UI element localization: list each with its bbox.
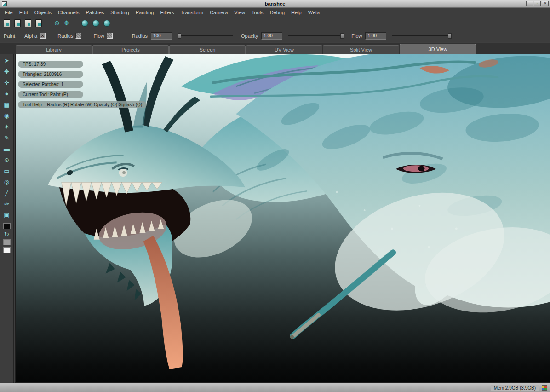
grid-tool-icon: ▦ <box>4 102 9 108</box>
color-picker-icon[interactable]: ⊕ <box>54 20 60 26</box>
circle-select-tool-icon: ◎ <box>4 179 9 185</box>
marquee-select-tool-icon: ▭ <box>4 168 9 174</box>
menu-shading[interactable]: Shading <box>107 8 132 17</box>
open-project-icon[interactable] <box>14 19 21 27</box>
3d-viewport-canvas[interactable]: FPS: 17.39 Triangles: 2180916 Selected P… <box>15 54 550 383</box>
shading-full-icon[interactable] <box>103 20 110 27</box>
grid-tool[interactable]: ▦ <box>0 99 13 110</box>
viewport-hud: FPS: 17.39 Triangles: 2180916 Selected P… <box>18 61 147 108</box>
menu-help[interactable]: Help <box>288 8 305 17</box>
tab-split-view[interactable]: Split View <box>323 45 399 54</box>
paint-brush-tool-icon: ▬ <box>4 146 10 152</box>
radius-link-checkbox[interactable] <box>75 33 81 39</box>
swap-colors-button[interactable]: ↻ <box>0 230 13 238</box>
tab-3d-view[interactable]: 3D View <box>400 44 476 54</box>
menu-filters[interactable]: Filters <box>157 8 177 17</box>
eyedropper-tool-icon: ✑ <box>4 201 9 207</box>
foreground-color-swatch[interactable] <box>3 223 11 229</box>
flow-input[interactable] <box>365 32 386 40</box>
flow-link-checkbox[interactable] <box>107 33 113 39</box>
menu-view[interactable]: View <box>231 8 248 17</box>
memory-usage: Mem 2.9GB (3.9GB) <box>491 385 539 391</box>
background-color-swatch[interactable] <box>3 247 11 253</box>
radius-slider[interactable] <box>178 33 233 39</box>
clone-stamp-tool-icon: ⊙ <box>4 157 9 163</box>
flow-link-label: Flow <box>93 33 104 39</box>
hud-fps: FPS: 17.39 <box>18 61 83 68</box>
blur-tool-icon: ◉ <box>4 113 9 119</box>
shading-basic-icon[interactable] <box>92 20 99 27</box>
radius-input[interactable] <box>151 32 172 40</box>
opacity-slider[interactable] <box>288 33 344 39</box>
flow-label: Flow <box>351 33 362 39</box>
window-controls: – ▫ ✕ <box>526 1 549 6</box>
swap-colors-icon: ↻ <box>4 231 9 237</box>
alpha-label: Alpha <box>24 33 37 39</box>
minimize-button[interactable]: – <box>526 1 533 6</box>
tab-library[interactable]: Library <box>16 45 92 54</box>
crop-tool[interactable]: ▣ <box>0 209 13 220</box>
move-tool[interactable]: ✛ <box>0 77 13 88</box>
hud-current-tool: Current Tool: Paint (P) <box>18 91 83 98</box>
flow-slider-groove <box>392 35 452 36</box>
menu-edit[interactable]: Edit <box>16 8 31 17</box>
radius-slider-handle[interactable] <box>178 33 181 39</box>
marquee-select-tool[interactable]: ▭ <box>0 165 13 176</box>
tab-projects[interactable]: Projects <box>92 45 169 54</box>
eyedropper-tool[interactable]: ✑ <box>0 198 13 209</box>
paint-properties-bar: Paint Alpha ✕ Radius Flow Radius Opacity… <box>0 29 550 42</box>
app-window: banshee – ▫ ✕ File Edit Objects Channels… <box>0 0 550 392</box>
pencil-tool[interactable]: ✎ <box>0 132 13 143</box>
menu-patches[interactable]: Patches <box>83 8 108 17</box>
pan-tool-icon: ✥ <box>4 69 9 75</box>
status-bar: Mem 2.9GB (3.9GB) <box>0 383 550 392</box>
blur-tool[interactable]: ◉ <box>0 110 13 121</box>
pencil-tool-icon: ✎ <box>4 135 9 141</box>
magic-wand-tool[interactable]: ✶ <box>0 121 13 132</box>
line-tool-icon: ╱ <box>5 190 9 196</box>
tab-uv-view[interactable]: UV View <box>246 45 322 54</box>
toolbar-separator <box>48 19 48 27</box>
alpha-checkbox[interactable]: ✕ <box>40 33 46 39</box>
flow-slider[interactable] <box>392 33 452 39</box>
hud-selected-patches: Selected Patches: 1 <box>18 81 83 88</box>
tab-screen[interactable]: Screen <box>169 45 246 54</box>
menu-debug[interactable]: Debug <box>267 8 288 17</box>
paint-drop-tool-icon: ● <box>5 91 9 97</box>
select-tool[interactable]: ➤ <box>0 55 13 66</box>
transform-icon[interactable]: ✥ <box>64 20 69 26</box>
circle-select-tool[interactable]: ◎ <box>0 176 13 187</box>
pan-tool[interactable]: ✥ <box>0 66 13 77</box>
menu-file[interactable]: File <box>1 8 16 17</box>
flow-slider-handle[interactable] <box>448 33 452 39</box>
secondary-color-swatch[interactable] <box>3 239 11 245</box>
paint-brush-tool[interactable]: ▬ <box>0 143 13 154</box>
radius-label: Radius <box>132 33 148 39</box>
new-project-icon[interactable] <box>4 19 10 27</box>
import-image-icon[interactable] <box>35 19 42 27</box>
opacity-input[interactable] <box>261 32 282 40</box>
paint-label: Paint <box>4 33 15 39</box>
shading-flat-icon[interactable] <box>81 20 88 27</box>
clone-stamp-tool[interactable]: ⊙ <box>0 154 13 165</box>
menu-tools[interactable]: Tools <box>248 8 267 17</box>
menu-painting[interactable]: Painting <box>132 8 157 17</box>
magic-wand-tool-icon: ✶ <box>4 124 9 130</box>
menu-camera[interactable]: Camera <box>206 8 231 17</box>
move-tool-icon: ✛ <box>4 80 9 86</box>
menu-transform[interactable]: Transform <box>177 8 206 17</box>
menu-weta[interactable]: Weta <box>305 8 323 17</box>
maximize-button[interactable]: ▫ <box>534 1 541 6</box>
radius-slider-groove <box>178 35 233 36</box>
menu-channels[interactable]: Channels <box>55 8 83 17</box>
opacity-slider-groove <box>288 35 344 36</box>
menu-objects[interactable]: Objects <box>31 8 55 17</box>
line-tool[interactable]: ╱ <box>0 187 13 198</box>
toolbar-separator <box>75 19 75 27</box>
radius-link-label: Radius <box>57 33 73 39</box>
paint-drop-tool[interactable]: ● <box>0 88 13 99</box>
save-project-icon[interactable] <box>25 19 31 27</box>
tool-palette: ➤ ✥ ✛ ● ▦ ◉ ✶ ✎ ▬ ⊙ ▭ ◎ ╱ ✑ ▣ ↻ <box>0 54 14 383</box>
close-button[interactable]: ✕ <box>542 1 549 6</box>
opacity-slider-handle[interactable] <box>340 33 344 39</box>
